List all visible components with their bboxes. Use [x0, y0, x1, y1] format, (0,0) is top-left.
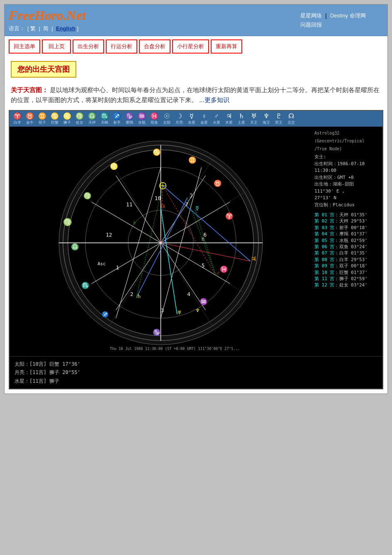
chart-image-wrapper: ♋ ♊ ♉ ♈ ♓ ♒ ♑ ♐	[10, 127, 382, 356]
svg-text:☽: ☽	[187, 192, 193, 199]
btn-home[interactable]: 回主选单	[9, 39, 40, 54]
chart-location: 出生地：湖南-邵阳	[314, 181, 380, 188]
zodiac-moon: ☽ 月亮	[173, 112, 185, 125]
svg-text:7: 7	[185, 201, 188, 208]
chart-info-panel: Astrolog32 (Geocentric/Tropical /True No…	[312, 127, 382, 356]
house-06: 第 06 宫：双鱼 03°24'	[314, 244, 380, 250]
chart-birth-time: 出生时间：1986-07-10	[314, 161, 380, 168]
lang-trad[interactable]: 繁	[30, 25, 36, 32]
house-08: 第 08 宫：白羊 29°53'	[314, 257, 380, 263]
lang-english[interactable]: English	[56, 25, 75, 32]
svg-text:3: 3	[161, 307, 164, 313]
zodiac-pisces: ♓ 双鱼	[149, 112, 160, 125]
link-starnet[interactable]: 星星网络	[300, 12, 322, 20]
planet-sun: 太阳：[10宫] 巨蟹 17°36'	[15, 360, 377, 368]
chart-svg-container: ♋ ♊ ♉ ♈ ♓ ♒ ♑ ♐	[10, 127, 312, 356]
site-logo: FreeHoro.Net	[9, 8, 292, 23]
planet-data: 太阳：[10宫] 巨蟹 17°36' 月亮：[11宫] 狮子 20°55' 水星…	[10, 356, 382, 389]
zodiac-neptune: ♆ 海王	[261, 112, 272, 125]
svg-text:♎: ♎	[71, 243, 79, 251]
zodiac-gemini: ♊ 双子	[37, 112, 48, 125]
svg-text:♍: ♍	[63, 218, 73, 227]
svg-text:♆: ♆	[195, 308, 200, 313]
about-text: 是以地球为观察中心、时间以每年春分点为起点，在地球绕行太阳的黄道平面上划分十二等…	[11, 86, 380, 103]
chart-lon: 111°30' E ,	[314, 188, 380, 195]
zodiac-pluto: ♇ 冥王	[273, 112, 285, 125]
btn-back[interactable]: 回上页	[42, 39, 71, 54]
svg-text:♓: ♓	[220, 265, 228, 273]
svg-text:11: 11	[126, 201, 132, 208]
svg-text:♃: ♃	[251, 255, 256, 262]
svg-text:♐: ♐	[102, 311, 109, 318]
zodiac-aquarius: ♒ 水瓶	[136, 112, 148, 125]
chart-lat: 27°13' N	[314, 195, 380, 202]
svg-text:♂: ♂	[216, 270, 220, 276]
link-feedback-row: 问题回报	[300, 21, 383, 29]
zodiac-cancer: ♋ 巨蟹	[49, 112, 61, 125]
chart-house: 宫位制：Placidus	[314, 202, 380, 209]
houses-list: 第 01 宫：天秤 01°35' 第 02 宫：天秤 29°53' 第 03 宫…	[314, 212, 380, 289]
zodiac-mercury: ☿ 水星	[186, 112, 197, 125]
btn-transit[interactable]: 行运分析	[106, 39, 137, 54]
zodiac-leo: ♌ 狮子	[61, 112, 73, 125]
page-title: 您的出生天宫图	[11, 61, 76, 78]
house-12: 第 12 宫：处女 03°24'	[314, 282, 380, 288]
planet-moon: 月亮：[11宫] 狮子 20°55'	[15, 368, 377, 377]
btn-birth[interactable]: 出生分析	[73, 39, 104, 54]
zodiac-taurus: ♉ 金牛	[24, 112, 36, 125]
zodiac-virgo: ♍ 处女	[74, 112, 85, 125]
zodiac-libra: ♎ 天秤	[86, 112, 98, 125]
svg-text:♀: ♀	[132, 220, 136, 226]
chart-mode: (Geocentric/Tropical	[314, 138, 380, 144]
lang-label: 语言：	[9, 25, 25, 32]
house-01: 第 01 宫：天秤 01°35'	[314, 212, 380, 218]
link-destiny[interactable]: Destiny 命理网	[330, 12, 366, 20]
svg-text:10: 10	[155, 195, 161, 201]
lang-links: [ 繁 | 简 | English ]	[27, 25, 78, 32]
zodiac-sagittarius: ♐ 射手	[111, 112, 123, 125]
svg-text:2: 2	[130, 291, 134, 297]
house-09: 第 09 宫：双子 00°18'	[314, 263, 380, 269]
about-more-link[interactable]: ...更多知识	[199, 96, 229, 103]
svg-text:♈: ♈	[225, 212, 234, 220]
zodiac-venus: ♀ 金星	[198, 112, 210, 125]
svg-text:12: 12	[106, 232, 112, 238]
svg-text:☿: ☿	[195, 205, 199, 211]
svg-text:♏: ♏	[81, 281, 90, 289]
svg-text:♊: ♊	[188, 156, 197, 164]
zodiac-northnode: ☊ 北交	[285, 112, 297, 125]
house-03: 第 03 宫：射手 00°18'	[314, 225, 380, 231]
planet-mercury: 水星：[11宫] 狮子	[15, 377, 377, 385]
svg-text:♅: ♅	[177, 310, 182, 315]
about-section: 关于天宫图： 是以地球为观察中心、时间以每年春分点为起点，在地球绕行太阳的黄道平…	[5, 82, 387, 110]
svg-text:Asc: Asc	[97, 261, 106, 266]
svg-text:♉: ♉	[214, 179, 222, 187]
header-left: FreeHoro.Net 语言： [ 繁 | 简 | English ]	[5, 5, 296, 36]
zodiac-mars: ♂ 火星	[211, 112, 222, 125]
house-04: 第 04 宫：摩羯 01°37'	[314, 231, 380, 237]
lang-simp[interactable]: 简	[43, 25, 49, 32]
svg-text:♑: ♑	[153, 328, 161, 336]
house-07: 第 07 宫：白羊 01°35'	[314, 250, 380, 256]
astro-chart-svg: ♋ ♊ ♉ ♈ ♓ ♒ ♑ ♐	[10, 127, 312, 355]
about-label: 关于天宫图：	[11, 86, 48, 93]
svg-text:♒: ♒	[200, 298, 208, 306]
btn-recalc[interactable]: 重新再算	[211, 39, 242, 54]
link-feedback[interactable]: 问题回报	[300, 22, 322, 28]
svg-text:6: 6	[204, 232, 207, 238]
svg-text:5: 5	[202, 262, 205, 269]
zodiac-bar: ♈ 白羊 ♉ 金牛 ♊ 双子 ♋ 巨蟹 ♌ 狮子	[10, 111, 382, 127]
btn-synastry[interactable]: 合盘分析	[139, 39, 170, 54]
chart-software: Astrolog32	[314, 130, 380, 136]
house-11: 第 11 宫：狮子 02°59'	[314, 276, 380, 282]
zodiac-jupiter: ♃ 木星	[223, 112, 235, 125]
chart-birth-time2: 11:30:00	[314, 167, 380, 174]
svg-text:♍: ♍	[83, 192, 92, 200]
zodiac-sun: ☉ 太阳	[161, 112, 173, 125]
header-links: 星星网络 | Destiny 命理网	[300, 12, 383, 20]
btn-asteroid[interactable]: 小行星分析	[172, 39, 209, 54]
zodiac-capricorn: ♑ 摩羯	[124, 112, 135, 125]
svg-text:1: 1	[116, 264, 119, 271]
svg-text:♋: ♋	[153, 148, 161, 156]
zodiac-aries: ♈ 白羊	[12, 112, 23, 125]
